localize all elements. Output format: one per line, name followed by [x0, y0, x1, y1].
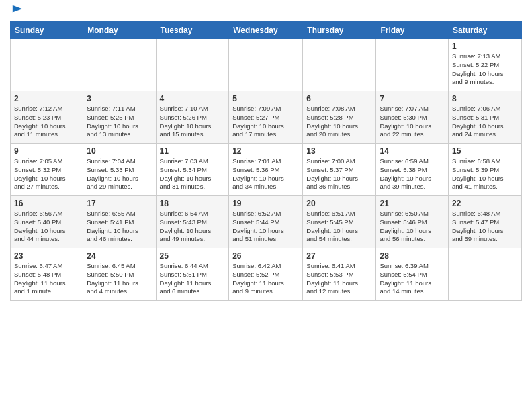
day-info: Sunrise: 6:41 AM Sunset: 5:53 PM Dayligh…: [306, 262, 372, 296]
day-number: 22: [452, 199, 518, 208]
calendar-cell: 25Sunrise: 6:44 AM Sunset: 5:51 PM Dayli…: [156, 248, 229, 301]
day-number: 17: [87, 199, 152, 208]
day-number: 20: [306, 199, 372, 208]
day-info: Sunrise: 6:56 AM Sunset: 5:40 PM Dayligh…: [14, 210, 79, 244]
day-number: 13: [306, 146, 372, 156]
day-number: 4: [160, 94, 226, 103]
day-number: 11: [160, 146, 226, 156]
calendar-cell: 14Sunrise: 6:59 AM Sunset: 5:38 PM Dayli…: [376, 144, 449, 196]
calendar-cell: [83, 39, 156, 91]
day-info: Sunrise: 7:06 AM Sunset: 5:31 PM Dayligh…: [452, 105, 518, 139]
calendar-cell: 6Sunrise: 7:08 AM Sunset: 5:28 PM Daylig…: [303, 91, 376, 144]
page: SundayMondayTuesdayWednesdayThursdayFrid…: [0, 0, 532, 308]
day-info: Sunrise: 6:59 AM Sunset: 5:38 PM Dayligh…: [380, 157, 445, 191]
day-number: 1: [452, 42, 518, 51]
calendar-cell: 13Sunrise: 7:00 AM Sunset: 5:37 PM Dayli…: [303, 144, 376, 196]
day-info: Sunrise: 6:48 AM Sunset: 5:47 PM Dayligh…: [452, 210, 518, 244]
day-info: Sunrise: 6:54 AM Sunset: 5:43 PM Dayligh…: [160, 210, 226, 244]
day-number: 6: [306, 94, 372, 103]
calendar-cell: [156, 39, 229, 91]
day-info: Sunrise: 6:39 AM Sunset: 5:54 PM Dayligh…: [380, 262, 445, 296]
calendar-cell: 27Sunrise: 6:41 AM Sunset: 5:53 PM Dayli…: [303, 248, 376, 301]
calendar-cell: 20Sunrise: 6:51 AM Sunset: 5:45 PM Dayli…: [303, 196, 376, 248]
day-info: Sunrise: 7:01 AM Sunset: 5:36 PM Dayligh…: [232, 157, 299, 191]
calendar-cell: 16Sunrise: 6:56 AM Sunset: 5:40 PM Dayli…: [11, 196, 83, 248]
day-info: Sunrise: 6:58 AM Sunset: 5:39 PM Dayligh…: [452, 157, 518, 191]
day-info: Sunrise: 6:51 AM Sunset: 5:45 PM Dayligh…: [306, 210, 372, 244]
weekday-header-monday: Monday: [83, 22, 156, 39]
calendar-header-row: SundayMondayTuesdayWednesdayThursdayFrid…: [11, 22, 522, 39]
weekday-header-sunday: Sunday: [11, 22, 83, 39]
calendar-cell: [449, 248, 522, 301]
day-number: 5: [232, 94, 299, 103]
day-info: Sunrise: 6:52 AM Sunset: 5:44 PM Dayligh…: [232, 210, 299, 244]
calendar-cell: 15Sunrise: 6:58 AM Sunset: 5:39 PM Dayli…: [449, 144, 522, 196]
calendar-week-row: 16Sunrise: 6:56 AM Sunset: 5:40 PM Dayli…: [11, 196, 522, 248]
day-info: Sunrise: 7:13 AM Sunset: 5:22 PM Dayligh…: [452, 52, 518, 87]
day-number: 24: [87, 251, 152, 261]
calendar-week-row: 1Sunrise: 7:13 AM Sunset: 5:22 PM Daylig…: [11, 39, 522, 91]
day-number: 10: [87, 146, 152, 156]
day-info: Sunrise: 7:07 AM Sunset: 5:30 PM Dayligh…: [380, 105, 445, 139]
calendar-week-row: 23Sunrise: 6:47 AM Sunset: 5:48 PM Dayli…: [11, 248, 522, 301]
calendar-cell: [376, 39, 449, 91]
weekday-header-friday: Friday: [376, 22, 449, 39]
day-info: Sunrise: 7:12 AM Sunset: 5:23 PM Dayligh…: [14, 105, 79, 139]
calendar-cell: 2Sunrise: 7:12 AM Sunset: 5:23 PM Daylig…: [11, 91, 83, 144]
day-info: Sunrise: 7:10 AM Sunset: 5:26 PM Dayligh…: [160, 105, 226, 139]
day-info: Sunrise: 6:42 AM Sunset: 5:52 PM Dayligh…: [232, 262, 299, 296]
logo: [10, 9, 24, 16]
day-info: Sunrise: 6:44 AM Sunset: 5:51 PM Dayligh…: [160, 262, 226, 296]
calendar-cell: 26Sunrise: 6:42 AM Sunset: 5:52 PM Dayli…: [229, 248, 303, 301]
calendar-cell: 17Sunrise: 6:55 AM Sunset: 5:41 PM Dayli…: [83, 196, 156, 248]
day-number: 16: [14, 199, 79, 208]
header: [10, 7, 522, 16]
calendar-cell: 22Sunrise: 6:48 AM Sunset: 5:47 PM Dayli…: [449, 196, 522, 248]
calendar-cell: 10Sunrise: 7:04 AM Sunset: 5:33 PM Dayli…: [83, 144, 156, 196]
day-number: 27: [306, 251, 372, 261]
day-number: 26: [232, 251, 299, 261]
calendar-cell: 19Sunrise: 6:52 AM Sunset: 5:44 PM Dayli…: [229, 196, 303, 248]
day-number: 2: [14, 94, 79, 103]
day-number: 14: [380, 146, 445, 156]
calendar-cell: 5Sunrise: 7:09 AM Sunset: 5:27 PM Daylig…: [229, 91, 303, 144]
calendar-cell: 12Sunrise: 7:01 AM Sunset: 5:36 PM Dayli…: [229, 144, 303, 196]
calendar-week-row: 2Sunrise: 7:12 AM Sunset: 5:23 PM Daylig…: [11, 91, 522, 144]
day-info: Sunrise: 7:11 AM Sunset: 5:25 PM Dayligh…: [87, 105, 152, 139]
calendar-cell: 9Sunrise: 7:05 AM Sunset: 5:32 PM Daylig…: [11, 144, 83, 196]
day-number: 19: [232, 199, 299, 208]
calendar-table: SundayMondayTuesdayWednesdayThursdayFrid…: [10, 21, 522, 301]
calendar-cell: 3Sunrise: 7:11 AM Sunset: 5:25 PM Daylig…: [83, 91, 156, 144]
calendar-cell: [11, 39, 83, 91]
calendar-cell: 23Sunrise: 6:47 AM Sunset: 5:48 PM Dayli…: [11, 248, 83, 301]
weekday-header-wednesday: Wednesday: [229, 22, 303, 39]
day-number: 9: [14, 146, 79, 156]
calendar-cell: [229, 39, 303, 91]
day-info: Sunrise: 7:08 AM Sunset: 5:28 PM Dayligh…: [306, 105, 372, 139]
calendar-cell: 1Sunrise: 7:13 AM Sunset: 5:22 PM Daylig…: [449, 39, 522, 91]
calendar-cell: 11Sunrise: 7:03 AM Sunset: 5:34 PM Dayli…: [156, 144, 229, 196]
day-info: Sunrise: 6:50 AM Sunset: 5:46 PM Dayligh…: [380, 210, 445, 244]
day-info: Sunrise: 6:45 AM Sunset: 5:50 PM Dayligh…: [87, 262, 152, 296]
calendar-cell: 4Sunrise: 7:10 AM Sunset: 5:26 PM Daylig…: [156, 91, 229, 144]
day-info: Sunrise: 7:09 AM Sunset: 5:27 PM Dayligh…: [232, 105, 299, 139]
day-info: Sunrise: 7:05 AM Sunset: 5:32 PM Dayligh…: [14, 157, 79, 191]
svg-marker-0: [13, 5, 22, 13]
day-info: Sunrise: 6:47 AM Sunset: 5:48 PM Dayligh…: [14, 262, 79, 296]
day-number: 21: [380, 199, 445, 208]
calendar-cell: 8Sunrise: 7:06 AM Sunset: 5:31 PM Daylig…: [449, 91, 522, 144]
day-number: 18: [160, 199, 226, 208]
day-info: Sunrise: 6:55 AM Sunset: 5:41 PM Dayligh…: [87, 210, 152, 244]
calendar-week-row: 9Sunrise: 7:05 AM Sunset: 5:32 PM Daylig…: [11, 144, 522, 196]
day-info: Sunrise: 7:03 AM Sunset: 5:34 PM Dayligh…: [160, 157, 226, 191]
weekday-header-thursday: Thursday: [303, 22, 376, 39]
day-number: 12: [232, 146, 299, 156]
day-info: Sunrise: 7:04 AM Sunset: 5:33 PM Dayligh…: [87, 157, 152, 191]
day-number: 28: [380, 251, 445, 261]
calendar-cell: 28Sunrise: 6:39 AM Sunset: 5:54 PM Dayli…: [376, 248, 449, 301]
day-number: 15: [452, 146, 518, 156]
calendar-cell: 18Sunrise: 6:54 AM Sunset: 5:43 PM Dayli…: [156, 196, 229, 248]
calendar-cell: 24Sunrise: 6:45 AM Sunset: 5:50 PM Dayli…: [83, 248, 156, 301]
day-number: 25: [160, 251, 226, 261]
weekday-header-tuesday: Tuesday: [156, 22, 229, 39]
